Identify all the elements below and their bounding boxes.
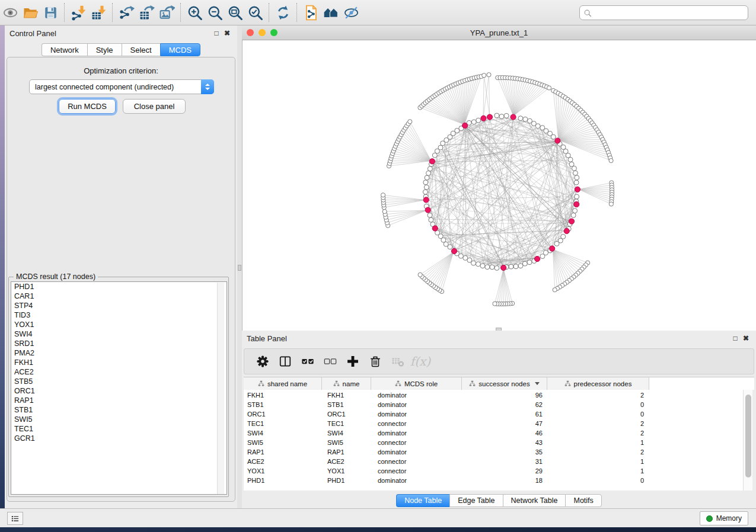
- node-table-body[interactable]: FKH1FKH1dominator962STB1STB1dominator620…: [244, 390, 743, 491]
- cell-successor-nodes: 43: [467, 438, 543, 447]
- show-columns-button[interactable]: [274, 351, 296, 372]
- mcds-result-item[interactable]: ACE2: [11, 367, 227, 377]
- table-row[interactable]: TEC1TEC1connector472: [244, 419, 743, 428]
- show-all-button[interactable]: [0, 2, 20, 23]
- tab-mcds[interactable]: MCDS: [160, 43, 200, 56]
- table-row[interactable]: SWI5SWI5connector431: [244, 438, 743, 447]
- tab-edge-table[interactable]: Edge Table: [449, 494, 502, 507]
- first-neighbors-button[interactable]: [321, 2, 341, 23]
- table-row[interactable]: YOX1YOX1connector291: [244, 466, 743, 476]
- tab-select[interactable]: Select: [122, 43, 160, 56]
- new-network-from-selection-button[interactable]: [301, 2, 321, 23]
- table-row[interactable]: ORC1ORC1dominator610: [244, 409, 743, 419]
- close-panel-icon[interactable]: ✖: [222, 29, 232, 37]
- tab-node-table[interactable]: Node Table: [396, 494, 449, 507]
- attribute-icon: [469, 380, 476, 387]
- mcds-result-item[interactable]: TEC1: [11, 424, 227, 434]
- mcds-result-item[interactable]: ORC1: [11, 386, 227, 396]
- column-header-MCDS-role[interactable]: MCDS role: [371, 377, 462, 390]
- table-row[interactable]: SWI4SWI4dominator462: [244, 428, 743, 438]
- column-header-successor-nodes[interactable]: successor nodes: [462, 377, 547, 390]
- table-row[interactable]: ACE2ACE2connector311: [244, 457, 743, 466]
- select-all-rows-button[interactable]: [296, 351, 319, 372]
- column-header-name[interactable]: name: [322, 377, 371, 390]
- cell-MCDS-role: connector: [378, 438, 455, 447]
- control-panel: Control Panel □ ✖ NetworkStyleSelectMCDS…: [5, 25, 237, 508]
- zoom-out-button[interactable]: [205, 2, 225, 23]
- eye-icon: [2, 5, 18, 21]
- export-image-button[interactable]: [157, 2, 177, 23]
- tab-motifs[interactable]: Motifs: [565, 494, 601, 507]
- mcds-result-item[interactable]: SRD1: [11, 339, 227, 348]
- mcds-result-item[interactable]: FKH1: [11, 358, 227, 367]
- mcds-result-item[interactable]: SWI4: [11, 329, 227, 339]
- column-header-shared-name[interactable]: shared name: [244, 377, 322, 390]
- cell-MCDS-role: dominator: [378, 447, 455, 457]
- network-window-titlebar[interactable]: YPA_prune.txt_1: [242, 25, 756, 40]
- mcds-result-list[interactable]: PHD1CAR1STP4TID3YOX1SWI4SRD1PMA2FKH1ACE2…: [11, 281, 227, 495]
- mcds-result-item[interactable]: STB5: [11, 377, 227, 386]
- table-row[interactable]: STB1STB1dominator620: [244, 400, 743, 409]
- mcds-result-item[interactable]: GCR1: [11, 434, 227, 443]
- table-settings-button[interactable]: [251, 351, 274, 372]
- float-table-panel-icon[interactable]: □: [730, 334, 741, 342]
- delete-column-button[interactable]: [364, 351, 387, 372]
- zoom-out-icon: [207, 5, 223, 21]
- optimization-criterion-select[interactable]: largest connected component (undirected): [29, 79, 214, 94]
- column-header-predecessor-nodes[interactable]: predecessor nodes: [547, 377, 649, 390]
- tab-network[interactable]: Network: [42, 43, 87, 56]
- plus-icon: [346, 355, 359, 368]
- memory-button[interactable]: Memory: [700, 511, 748, 525]
- import-table-button[interactable]: [88, 2, 109, 23]
- save-session-button[interactable]: [40, 2, 60, 23]
- deselect-all-rows-button[interactable]: [319, 351, 342, 372]
- delete-table-button: [387, 351, 409, 372]
- cell-successor-nodes: 47: [467, 419, 543, 428]
- zoom-selected-button[interactable]: [245, 2, 265, 23]
- cell-predecessor-nodes: 2: [553, 419, 644, 428]
- zoom-in-button[interactable]: [184, 2, 205, 23]
- run-mcds-button[interactable]: Run MCDS: [59, 99, 116, 114]
- export-table-button[interactable]: [136, 2, 157, 23]
- search-box[interactable]: [579, 5, 748, 20]
- import-network-button[interactable]: [68, 2, 88, 23]
- mcds-result-item[interactable]: PHD1: [11, 282, 227, 291]
- apply-layout-button[interactable]: [273, 2, 293, 23]
- search-input[interactable]: [595, 9, 744, 17]
- mcds-result-item[interactable]: CAR1: [11, 291, 227, 301]
- mcds-list-scrollbar[interactable]: [217, 283, 224, 495]
- status-bar: Memory: [0, 508, 756, 527]
- splitter-handle[interactable]: [238, 265, 241, 271]
- tab-network-table[interactable]: Network Table: [503, 494, 566, 507]
- network-canvas[interactable]: [242, 40, 756, 331]
- network-window-title: YPA_prune.txt_1: [242, 28, 756, 37]
- tab-style[interactable]: Style: [87, 43, 122, 56]
- mcds-result-item[interactable]: TID3: [11, 310, 227, 320]
- cell-shared-name: PHD1: [247, 476, 318, 485]
- mcds-result-title: MCDS result (17 nodes): [14, 273, 98, 281]
- table-row[interactable]: FKH1FKH1dominator962: [244, 390, 743, 400]
- mcds-result-item[interactable]: STP4: [11, 301, 227, 310]
- table-row[interactable]: RAP1RAP1dominator352: [244, 447, 743, 457]
- mcds-result-item[interactable]: RAP1: [11, 396, 227, 405]
- table-scrollbar-thumb[interactable]: [745, 395, 751, 477]
- mcds-result-item[interactable]: PMA2: [11, 348, 227, 358]
- float-panel-icon[interactable]: □: [211, 29, 222, 37]
- cell-successor-nodes: 46: [467, 428, 543, 438]
- close-table-panel-icon[interactable]: ✖: [741, 334, 751, 342]
- open-session-button[interactable]: [20, 2, 40, 23]
- table-row[interactable]: PHD1PHD1dominator180: [244, 476, 743, 485]
- hide-selected-button[interactable]: [341, 2, 361, 23]
- mcds-result-item[interactable]: SWI5: [11, 415, 227, 424]
- houses-icon: [323, 5, 339, 21]
- task-history-button[interactable]: [7, 512, 23, 525]
- close-panel-button[interactable]: Close panel: [123, 99, 186, 114]
- zoom-fit-button[interactable]: [225, 2, 245, 23]
- mcds-result-item[interactable]: YOX1: [11, 320, 227, 329]
- mcds-result-item[interactable]: STB1: [11, 405, 227, 415]
- panel-splitter[interactable]: [237, 25, 242, 508]
- table-scrollbar[interactable]: [743, 390, 752, 491]
- export-network-button[interactable]: [116, 2, 136, 23]
- trash-icon: [369, 355, 382, 368]
- add-column-button[interactable]: [342, 351, 364, 372]
